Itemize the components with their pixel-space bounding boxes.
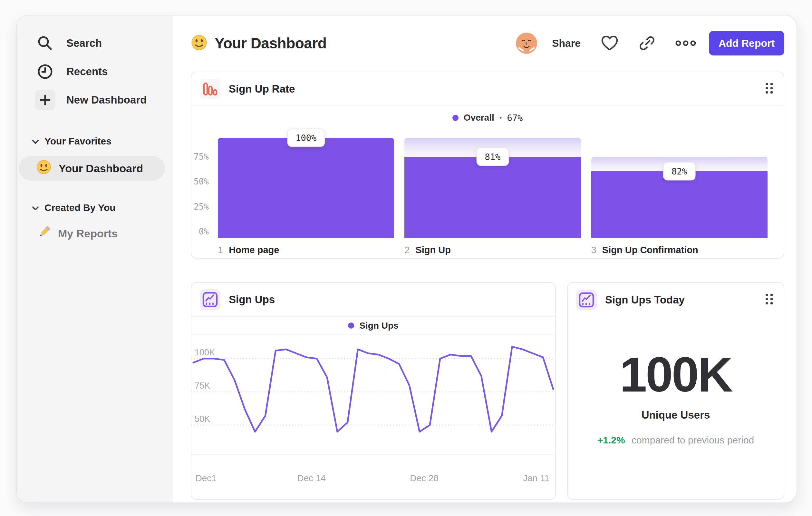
step-name: Sign Up [415, 245, 451, 255]
avatar[interactable] [516, 33, 537, 54]
funnel-bar[interactable]: 100% [218, 138, 394, 238]
sign-up-rate-header: Sign Up Rate [192, 72, 784, 106]
card-sign-up-rate: Sign Up Rate Overall • 67% 75%50%25%0% 1… [191, 72, 784, 259]
card-title: Sign Up Rate [229, 83, 295, 95]
funnel-value-badge: 82% [663, 162, 696, 181]
sign-ups-header: Sign Ups [192, 283, 555, 317]
line-x-tick: Jan 11 [523, 473, 549, 483]
sign-ups-legend: Sign Ups [192, 317, 555, 335]
funnel-bars: 100%81%82% [218, 138, 767, 238]
favorite-heart-button[interactable] [601, 35, 619, 51]
line-y-tick: 100K [195, 348, 215, 358]
card-sign-ups-today: Sign Ups Today 100K Unique Users +1.2% c… [567, 282, 784, 500]
smiley-emoji-icon [191, 34, 207, 52]
line-x-tick: Dec 28 [410, 473, 439, 483]
header-actions: Share Add Report [516, 31, 784, 55]
line-chart-icon [576, 290, 597, 310]
funnel-step-labels: 1Home page2Sign Up3Sign Up Confirmation [218, 245, 767, 255]
step-index: 3 [591, 245, 597, 255]
legend-dot-icon [453, 115, 459, 121]
funnel-y-tick: 0% [193, 227, 209, 236]
clock-icon [35, 61, 55, 82]
funnel-bar-converted-segment [591, 171, 767, 238]
funnel-bar-converted-segment [218, 138, 394, 238]
sidebar-item-search[interactable]: Search [17, 29, 173, 57]
step-name: Home page [229, 245, 279, 255]
add-report-button[interactable]: Add Report [709, 31, 784, 55]
funnel-step-label: 1Home page [218, 245, 394, 255]
kpi-label: Unique Users [568, 409, 784, 421]
line-chart-icon [200, 289, 221, 310]
legend-dot-icon [348, 323, 354, 329]
funnel-step-label: 2Sign Up [404, 245, 581, 255]
search-icon [35, 33, 55, 54]
sign-ups-x-axis: Dec1Dec 14Dec 28Jan 11 [192, 454, 555, 499]
chevron-down-icon [32, 202, 39, 213]
sidebar-item-label: Search [66, 37, 102, 49]
funnel-bar[interactable]: 81% [404, 138, 581, 238]
sidebar-item-label: Your Dashboard [59, 162, 143, 175]
legend-value: 67% [507, 113, 523, 123]
drag-handle-icon[interactable] [765, 82, 773, 97]
sign-ups-series-line[interactable] [193, 347, 553, 432]
card-title: Sign Ups [229, 294, 275, 306]
funnel-value-badge: 100% [287, 129, 325, 147]
main-content: Your Dashboard Share Add Report [173, 16, 797, 503]
sidebar-item-label: New Dashboard [66, 94, 147, 106]
line-y-tick: 50K [195, 414, 210, 424]
sign-ups-line-chart: 100K75K50K [192, 335, 555, 454]
step-index: 1 [218, 245, 223, 255]
funnel-value-badge: 81% [476, 147, 509, 166]
kpi-delta-text: compared to previous period [632, 435, 754, 445]
sidebar-section-your-favorites[interactable]: Your Favorites [17, 131, 173, 152]
sidebar-item-my-reports[interactable]: My Reports [17, 221, 173, 246]
kpi-delta-row: +1.2% compared to previous period [568, 435, 784, 446]
line-y-tick: 75K [195, 381, 210, 391]
section-label: Created By You [45, 202, 116, 213]
funnel-chart: 75%50%25%0% 100%81%82% [218, 138, 767, 238]
funnel-bar-converted-segment [404, 157, 581, 238]
more-options-button[interactable] [675, 40, 696, 47]
page-title: Your Dashboard [191, 34, 326, 52]
card-sign-ups: Sign Ups Sign Ups 100K75K50K Dec1Dec 14D… [191, 282, 556, 500]
pencil-emoji-icon [37, 225, 52, 242]
section-label: Your Favorites [45, 136, 112, 147]
funnel-legend: Overall • 67% [192, 106, 784, 129]
legend-name: Overall [464, 113, 494, 123]
plus-icon [35, 90, 55, 110]
step-name: Sign Up Confirmation [602, 245, 698, 255]
kpi-delta: +1.2% [598, 435, 625, 445]
funnel-bar[interactable]: 82% [591, 138, 767, 238]
funnel-y-tick: 25% [193, 202, 209, 211]
smiley-emoji-icon [36, 159, 52, 178]
dashboard-header: Your Dashboard Share Add Report [191, 28, 784, 58]
funnel-step-label: 3Sign Up Confirmation [591, 245, 767, 255]
page-title-text: Your Dashboard [214, 34, 326, 52]
kpi-value: 100K [568, 350, 784, 399]
funnel-y-tick: 75% [193, 153, 209, 161]
sidebar-item-label: Recents [66, 65, 108, 78]
sidebar-item-recents[interactable]: Recents [17, 57, 173, 86]
legend-separator: • [499, 113, 502, 122]
share-button[interactable]: Share [552, 37, 581, 49]
line-x-tick: Dec 14 [297, 473, 326, 483]
sidebar-item-new-dashboard[interactable]: New Dashboard [17, 86, 173, 114]
line-x-tick: Dec1 [195, 473, 216, 483]
copy-link-button[interactable] [639, 35, 656, 52]
sidebar-item-your-dashboard[interactable]: Your Dashboard [19, 156, 165, 181]
sidebar: Search Recents New Dashboard Your Favori… [17, 16, 173, 503]
cards-row: Sign Ups Sign Ups 100K75K50K Dec1Dec 14D… [191, 282, 784, 500]
funnel-y-tick: 50% [193, 178, 209, 186]
funnel-bars-icon [200, 79, 221, 99]
legend-name: Sign Ups [359, 321, 398, 331]
sign-ups-today-header: Sign Ups Today [568, 283, 784, 317]
card-title: Sign Ups Today [605, 294, 685, 306]
step-index: 2 [404, 245, 410, 255]
sidebar-item-label: My Reports [58, 227, 118, 240]
app-window: Search Recents New Dashboard Your Favori… [16, 15, 797, 503]
sidebar-section-created-by-you[interactable]: Created By You [17, 197, 173, 218]
chevron-down-icon [32, 136, 39, 147]
drag-handle-icon[interactable] [765, 293, 773, 307]
